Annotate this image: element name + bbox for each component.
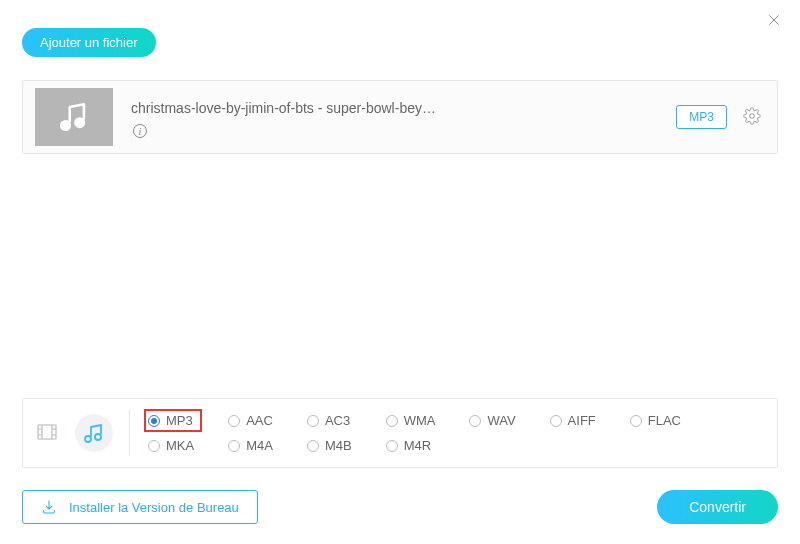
svg-point-0 bbox=[62, 122, 69, 129]
format-radio-label: M4R bbox=[404, 438, 431, 453]
radio-dot-icon bbox=[148, 415, 160, 427]
format-radio-ac3[interactable]: AC3 bbox=[307, 413, 352, 428]
radio-dot-icon bbox=[386, 440, 398, 452]
format-radio-aiff[interactable]: AIFF bbox=[550, 413, 596, 428]
format-radio-label: MP3 bbox=[166, 413, 193, 428]
format-radio-flac[interactable]: FLAC bbox=[630, 413, 681, 428]
svg-rect-3 bbox=[38, 425, 56, 439]
music-thumbnail-icon bbox=[35, 88, 113, 146]
format-radio-wav[interactable]: WAV bbox=[469, 413, 515, 428]
format-radio-grid: MP3AACAC3WMAWAVAIFFFLACMKAM4AM4BM4R bbox=[148, 413, 681, 453]
radio-dot-icon bbox=[550, 415, 562, 427]
format-radio-mka[interactable]: MKA bbox=[148, 438, 194, 453]
format-radio-m4b[interactable]: M4B bbox=[307, 438, 352, 453]
format-radio-aac[interactable]: AAC bbox=[228, 413, 273, 428]
svg-point-2 bbox=[750, 113, 755, 118]
file-row: christmas-love-by-jimin-of-bts - super-b… bbox=[22, 80, 778, 154]
format-category-tabs bbox=[35, 410, 130, 456]
radio-dot-icon bbox=[469, 415, 481, 427]
radio-dot-icon bbox=[630, 415, 642, 427]
radio-dot-icon bbox=[307, 415, 319, 427]
format-radio-label: AAC bbox=[246, 413, 273, 428]
add-file-button[interactable]: Ajouter un fichier bbox=[22, 28, 156, 57]
convert-button[interactable]: Convertir bbox=[657, 490, 778, 524]
file-actions: MP3 bbox=[676, 105, 761, 129]
format-radio-label: M4B bbox=[325, 438, 352, 453]
file-info: christmas-love-by-jimin-of-bts - super-b… bbox=[131, 96, 658, 138]
video-tab-icon[interactable] bbox=[35, 420, 59, 447]
bottom-bar: Installer la Version de Bureau Convertir bbox=[22, 490, 778, 524]
file-name: christmas-love-by-jimin-of-bts - super-b… bbox=[131, 100, 658, 116]
format-radio-label: FLAC bbox=[648, 413, 681, 428]
format-radio-label: WMA bbox=[404, 413, 436, 428]
radio-dot-icon bbox=[228, 415, 240, 427]
audio-tab-icon[interactable] bbox=[75, 414, 113, 452]
format-radio-label: MKA bbox=[166, 438, 194, 453]
close-icon[interactable] bbox=[766, 12, 782, 31]
install-desktop-button[interactable]: Installer la Version de Bureau bbox=[22, 490, 258, 524]
format-radio-label: AC3 bbox=[325, 413, 350, 428]
format-radio-label: AIFF bbox=[568, 413, 596, 428]
format-radio-m4r[interactable]: M4R bbox=[386, 438, 436, 453]
install-desktop-label: Installer la Version de Bureau bbox=[69, 500, 239, 515]
radio-dot-icon bbox=[307, 440, 319, 452]
info-icon[interactable]: i bbox=[133, 124, 147, 138]
radio-dot-icon bbox=[148, 440, 160, 452]
format-radio-label: WAV bbox=[487, 413, 515, 428]
radio-dot-icon bbox=[228, 440, 240, 452]
output-format-badge[interactable]: MP3 bbox=[676, 105, 727, 129]
format-radio-wma[interactable]: WMA bbox=[386, 413, 436, 428]
format-radio-label: M4A bbox=[246, 438, 273, 453]
svg-point-1 bbox=[76, 119, 83, 126]
format-radio-mp3[interactable]: MP3 bbox=[144, 409, 202, 432]
radio-dot-icon bbox=[386, 415, 398, 427]
format-radio-m4a[interactable]: M4A bbox=[228, 438, 273, 453]
format-bar: MP3AACAC3WMAWAVAIFFFLACMKAM4AM4BM4R bbox=[22, 398, 778, 468]
gear-icon[interactable] bbox=[743, 107, 761, 128]
